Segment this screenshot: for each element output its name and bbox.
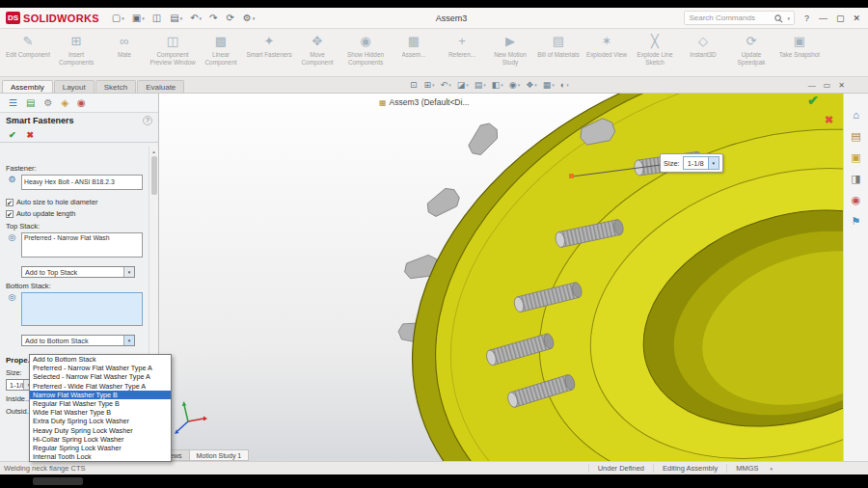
confirm-ok-icon[interactable]: ✔: [807, 94, 819, 108]
ribbon-take-snapshot[interactable]: ▣ Take Snapshot: [775, 31, 824, 76]
previous-view-icon[interactable]: ↶▾: [441, 80, 451, 90]
rebuild-icon[interactable]: ⟳: [223, 12, 237, 25]
open-file-icon[interactable]: ▣▾: [129, 12, 148, 25]
search-caret-icon[interactable]: ▾: [787, 15, 790, 21]
dropdown-option[interactable]: Selected - Narrow Flat Washer Type A: [30, 372, 171, 381]
top-stack-list[interactable]: Preferred - Narrow Flat Wash: [21, 232, 143, 258]
dropdown-option[interactable]: Internal Tooth Lock: [30, 452, 171, 461]
search-commands-box[interactable]: ▾: [684, 11, 795, 25]
model-tab[interactable]: Motion Study 1: [189, 449, 250, 461]
dropdown-option[interactable]: Preferred - Wide Flat Washer Type A: [30, 382, 171, 391]
dropdown-option[interactable]: Wide Flat Washer Type B: [30, 408, 171, 417]
file-explorer-icon[interactable]: ▣: [851, 151, 860, 163]
confirm-cancel-icon[interactable]: ✖: [825, 114, 833, 126]
doc-restore-button[interactable]: ▭: [824, 81, 831, 90]
zoom-area-icon[interactable]: ⊞▾: [424, 80, 435, 90]
checkbox[interactable]: ✔ Auto update length: [6, 209, 149, 218]
print-icon[interactable]: ▤▾: [167, 12, 185, 25]
resources-home-icon[interactable]: ⌂: [853, 109, 859, 121]
ribbon-linear-component-pattern[interactable]: ▩ Linear Component Pattern: [197, 31, 245, 76]
bottom-stack-list[interactable]: [21, 292, 143, 326]
display-manager-tab-icon[interactable]: ◉: [77, 97, 86, 109]
manager-tabs: ☰▤⚙◈◉: [0, 94, 158, 113]
ribbon-exploded-view[interactable]: ✶ Exploded View: [583, 31, 631, 76]
dropdown-option[interactable]: Preferred - Narrow Flat Washer Type A: [30, 364, 171, 372]
ribbon-component-preview-window[interactable]: ◫ Component Preview Window: [149, 31, 197, 76]
ribbon-instant3d[interactable]: ◇ Instant3D: [679, 31, 727, 76]
maximize-button[interactable]: ▢: [836, 14, 845, 23]
hide-show-items-icon[interactable]: ◉▾: [509, 80, 520, 90]
view-palette-icon[interactable]: ◨: [851, 173, 860, 184]
command-tab[interactable]: Layout: [54, 80, 95, 93]
document-tree-label[interactable]: ▦ Assem3 (Default<Di...: [379, 97, 469, 107]
ribbon-bill-of-materials[interactable]: ▤ Bill of Materials: [534, 31, 583, 76]
options-icon[interactable]: ⚙▾: [240, 12, 258, 25]
command-tab[interactable]: Sketch: [95, 80, 136, 93]
flange-3d-model[interactable]: [159, 94, 843, 461]
callout-size-label: Size:: [664, 159, 680, 168]
dropdown-caret-icon[interactable]: ▾: [123, 336, 134, 345]
ok-button[interactable]: ✔: [9, 130, 16, 140]
section-view-icon[interactable]: ◪▾: [457, 80, 469, 90]
undo-icon[interactable]: ↶▾: [187, 12, 204, 25]
command-tab[interactable]: Evaluate: [137, 80, 184, 93]
fastener-type-field[interactable]: Heavy Hex Bolt - ANSI B18.2.3: [21, 175, 143, 190]
ribbon-move-component[interactable]: ✥ Move Component: [293, 31, 341, 76]
design-library-icon[interactable]: ▤: [851, 130, 860, 142]
scroll-up-icon[interactable]: ▴: [152, 149, 155, 154]
dropdown-caret-icon[interactable]: ▾: [708, 157, 719, 169]
custom-properties-icon[interactable]: ⚑: [852, 215, 861, 227]
command-tab[interactable]: Assembly: [2, 80, 53, 93]
units-caret-icon[interactable]: ▾: [770, 466, 773, 472]
dropdown-option[interactable]: Add to Bottom Stack: [30, 355, 171, 364]
new-file-icon[interactable]: ▢▾: [109, 12, 127, 25]
help-button[interactable]: ?: [804, 14, 809, 23]
property-manager-tab-icon[interactable]: ▤: [26, 97, 35, 109]
scrollbar-thumb[interactable]: [151, 156, 157, 195]
ribbon-explode-line-sketch[interactable]: ╳ Explode Line Sketch: [631, 31, 679, 76]
dropdown-caret-icon[interactable]: ▾: [123, 267, 134, 277]
dropdown-option[interactable]: Extra Duty Spring Lock Washer: [30, 417, 171, 425]
save-icon[interactable]: ◫: [149, 12, 165, 25]
display-style-icon[interactable]: ◧▾: [492, 80, 503, 90]
dropdown-option[interactable]: Regular Spring Lock Washer: [30, 444, 171, 452]
view-settings-icon[interactable]: ◐▾: [560, 80, 569, 90]
dropdown-option[interactable]: Narrow Flat Washer Type B: [30, 391, 171, 399]
dropdown-option[interactable]: Regular Flat Washer Type B: [30, 399, 171, 408]
search-input[interactable]: [689, 14, 772, 22]
graphics-area[interactable]: ▦ Assem3 (Default<Di... Size: 1-1/8 ▾ ✔ …: [159, 94, 843, 461]
add-to-top-stack-dropdown[interactable]: Add to Top Stack ▾: [21, 266, 135, 278]
cancel-button[interactable]: ✖: [27, 130, 35, 140]
checkbox[interactable]: ✔ Auto size to hole diameter: [6, 198, 149, 206]
close-button[interactable]: ✕: [853, 14, 860, 23]
ribbon-mate[interactable]: ∞ Mate: [100, 31, 149, 76]
dropdown-option[interactable]: Hi-Collar Spring Lock Washer: [30, 435, 171, 444]
add-to-bottom-stack-dropdown[interactable]: Add to Bottom Stack ▾: [21, 335, 135, 346]
dimxpert-manager-tab-icon[interactable]: ◈: [61, 97, 68, 109]
ribbon-show-hidden-components[interactable]: ◉ Show Hidden Components: [341, 31, 390, 76]
solidworks-window: DS SOLIDWORKS ▢▾▣▾◫▤▾↶▾↷⟳⚙▾ Assem3 ▾ ? —…: [0, 8, 868, 474]
callout-size-dropdown[interactable]: 1-1/8 ▾: [683, 156, 719, 170]
search-icon[interactable]: [774, 10, 783, 27]
apply-scene-icon[interactable]: ▦▾: [543, 80, 555, 90]
appearances-icon[interactable]: ◉: [852, 194, 861, 205]
ribbon-smart-fasteners[interactable]: ✦ Smart Fasteners: [245, 31, 293, 76]
minimize-button[interactable]: —: [819, 14, 827, 23]
ribbon-reference-geometry[interactable]: + Referen...: [438, 31, 486, 76]
redo-icon[interactable]: ↷: [206, 12, 221, 25]
feature-manager-tab-icon[interactable]: ☰: [9, 97, 17, 109]
edit-appearance-icon[interactable]: ❖▾: [526, 80, 537, 90]
top-stack-item[interactable]: Preferred - Narrow Flat Wash: [24, 234, 110, 241]
zoom-fit-icon[interactable]: ⊡: [410, 80, 419, 90]
doc-minimize-button[interactable]: —: [808, 81, 816, 90]
ribbon-assembly-features[interactable]: ▦ Assem...: [390, 31, 438, 76]
doc-close-button[interactable]: ✕: [838, 81, 845, 90]
ribbon-insert-components[interactable]: ⊞ Insert Components: [52, 31, 100, 76]
ribbon-edit-component[interactable]: ✎ Edit Component: [4, 31, 52, 76]
configuration-manager-tab-icon[interactable]: ⚙: [43, 97, 52, 109]
panel-help-button[interactable]: ?: [143, 116, 152, 125]
view-orientation-icon[interactable]: ▤▾: [475, 80, 486, 90]
ribbon-update-speedpak[interactable]: ⟳ Update Speedpak: [727, 31, 775, 76]
ribbon-new-motion-study[interactable]: ▶ New Motion Study: [486, 31, 534, 76]
dropdown-option[interactable]: Heavy Duty Spring Lock Washer: [30, 426, 171, 435]
